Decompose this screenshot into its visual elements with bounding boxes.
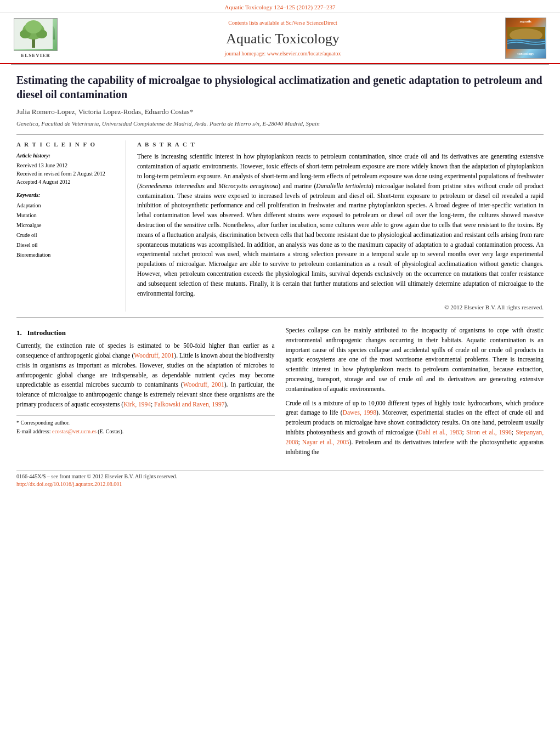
doi-link[interactable]: http://dx.doi.org/10.1016/j.aquatox.2012… <box>16 481 122 487</box>
footnote-area: * Corresponding author. E-mail address: … <box>16 415 275 435</box>
history-label: Article history: <box>16 152 117 160</box>
keywords-heading: Keywords: <box>16 191 117 199</box>
received-date-1: Received 13 June 2012 <box>16 161 117 169</box>
bottom-bar: 0166-445X/$ – see front matter © 2012 El… <box>16 470 544 488</box>
journal-center: Contents lists available at SciVerse Sci… <box>60 19 505 58</box>
ref-siron-1996[interactable]: Siron et al., 1996 <box>466 429 512 435</box>
body-left-col: 1. Introduction Currently, the extinctio… <box>16 326 275 462</box>
elsevier-text: ELSEVIER <box>21 52 50 59</box>
ref-nayar-2005[interactable]: Nayar et al., 2005 <box>302 439 349 445</box>
page-wrapper: Aquatic Toxicology 124–125 (2012) 227–23… <box>0 0 560 496</box>
logo-top-text: aquatic <box>507 20 544 24</box>
species-1: Scenedesmus intermedius <box>139 183 205 189</box>
body-left-paragraph-1: Currently, the extinction rate of specie… <box>16 341 275 410</box>
body-right-paragraph-1: Species collapse can be mainly attribute… <box>286 326 544 394</box>
journal-logo-right: aquatic toxicology <box>505 18 549 59</box>
ref-dawes-1998[interactable]: Dawes, 1998 <box>343 409 376 416</box>
authors-text: Julia Romero-Lopez, Victoria Lopez-Rodas… <box>16 108 193 116</box>
abstract-text: There is increasing scientific interest … <box>137 152 544 298</box>
footnote-email-suffix: (E. Costas). <box>97 428 123 434</box>
homepage-link[interactable]: www.elsevier.com/locate/aquatox <box>267 50 341 56</box>
journal-ref-text: Aquatic Toxicology 124–125 (2012) 227–23… <box>225 4 336 10</box>
affiliation: Genetica, Facultad de Veterinaria, Unive… <box>16 120 544 128</box>
article-info-heading: A R T I C L E I N F O <box>16 140 117 149</box>
authors-line: Julia Romero-Lopez, Victoria Lopez-Rodas… <box>16 107 544 117</box>
svg-point-5 <box>25 20 42 33</box>
ref-falkowski-raven[interactable]: Falkowski and Raven, 1997 <box>154 401 224 408</box>
article-info-abstract-section: A R T I C L E I N F O Article history: R… <box>16 134 544 318</box>
homepage-line: journal homepage: www.elsevier.com/locat… <box>60 50 505 58</box>
footnote-email-link[interactable]: ecostas@vet.ucm.es <box>52 428 97 434</box>
keywords-group: Keywords: Adaptation Mutation Microalgae… <box>16 191 117 260</box>
keywords-list: Adaptation Mutation Microalgae Crude oil… <box>16 201 117 260</box>
keyword-crude-oil: Crude oil <box>16 230 117 240</box>
elsevier-logo-image <box>14 18 58 51</box>
journal-reference-bar: Aquatic Toxicology 124–125 (2012) 227–23… <box>0 0 560 13</box>
ref-woodruff-2001b[interactable]: Woodruff, 2001 <box>183 381 224 388</box>
doi-line: http://dx.doi.org/10.1016/j.aquatox.2012… <box>16 480 544 488</box>
section1-heading: Introduction <box>27 329 66 337</box>
elsevier-logo: ELSEVIER <box>11 18 60 59</box>
keyword-adaptation: Adaptation <box>16 201 117 211</box>
received-revised-date: Received in revised form 2 August 2012 <box>16 169 117 178</box>
article-history-group: Article history: Received 13 June 2012 R… <box>16 152 117 186</box>
homepage-label: journal homepage: <box>224 50 267 56</box>
keyword-microalgae: Microalgae <box>16 220 117 230</box>
footnote-email-line: E-mail address: ecostas@vet.ucm.es (E. C… <box>16 428 275 435</box>
ref-dahl-1983[interactable]: Dahl et al., 1983 <box>418 429 462 435</box>
body-two-col: 1. Introduction Currently, the extinctio… <box>16 326 544 462</box>
copyright-text: © 2012 Elsevier B.V. All rights reserved… <box>137 303 544 312</box>
aquatic-toxicology-logo: aquatic toxicology <box>505 18 546 59</box>
sciverse-line: Contents lists available at SciVerse Sci… <box>60 19 505 27</box>
journal-title: Aquatic Toxicology <box>60 29 505 49</box>
keyword-mutation: Mutation <box>16 211 117 220</box>
body-right-col: Species collapse can be mainly attribute… <box>286 326 544 462</box>
journal-header: ELSEVIER Contents lists available at Sci… <box>0 13 560 64</box>
species-3: Dunaliella tertiolecta <box>316 183 371 189</box>
section1-title: 1. Introduction <box>16 328 275 338</box>
sciverse-link[interactable]: SciVerse ScienceDirect <box>286 20 337 26</box>
abstract-heading: A B S T R A C T <box>137 140 544 149</box>
ref-woodruff-2001a[interactable]: Woodruff, 2001 <box>134 352 174 359</box>
article-content: Estimating the capability of microalgae … <box>0 65 560 496</box>
accepted-date: Accepted 4 August 2012 <box>16 178 117 186</box>
body-right-paragraph-2: Crude oil is a mixture of up to 10,000 d… <box>286 399 544 457</box>
abstract-col: A B S T R A C T There is increasing scie… <box>137 140 544 312</box>
sciverse-label: Contents lists available at <box>228 20 286 26</box>
article-title: Estimating the capability of microalgae … <box>16 73 544 101</box>
article-info-col: A R T I C L E I N F O Article history: R… <box>16 140 126 312</box>
logo-bottom-text: toxicology <box>507 52 544 57</box>
footnote-corresponding: * Corresponding author. <box>16 419 275 427</box>
section1-number: 1. <box>16 329 22 337</box>
ref-kirk-1994[interactable]: Kirk, 1994 <box>123 401 151 408</box>
issn-line: 0166-445X/$ – see front matter © 2012 El… <box>16 473 544 480</box>
species-2: Microcystis aeruginosa <box>218 183 278 189</box>
keyword-bioremediation: Bioremediation <box>16 250 117 260</box>
footnote-email-label: E-mail address: <box>16 428 52 434</box>
keyword-diesel-oil: Diesel oil <box>16 240 117 250</box>
